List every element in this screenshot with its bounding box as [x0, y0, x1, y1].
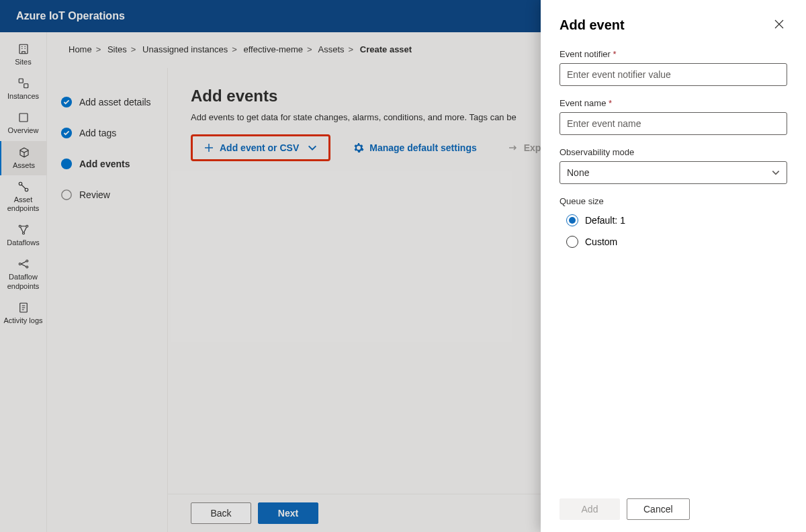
flyout-header: Add event — [541, 0, 806, 41]
obs-select[interactable]: None — [559, 161, 787, 184]
flyout-cancel-button[interactable]: Cancel — [627, 498, 690, 520]
flyout-title: Add event — [559, 17, 625, 33]
obs-group: Observability mode None — [559, 147, 787, 184]
notifier-group: Event notifier * — [559, 49, 787, 86]
flyout-footer: Add Cancel — [541, 489, 806, 532]
queue-custom-radio[interactable]: Custom — [559, 232, 787, 253]
name-label: Event name * — [559, 98, 787, 108]
close-button[interactable] — [771, 16, 787, 34]
add-event-flyout: Add event Event notifier * Event name * … — [541, 0, 806, 532]
obs-select-wrap[interactable]: None — [559, 161, 787, 184]
notifier-label: Event notifier * — [559, 49, 787, 59]
notifier-input[interactable] — [559, 63, 787, 86]
queue-default-radio[interactable]: Default: 1 — [559, 210, 787, 232]
name-group: Event name * — [559, 98, 787, 135]
obs-label: Observability mode — [559, 147, 787, 157]
flyout-add-button[interactable]: Add — [559, 498, 620, 520]
flyout-body: Event notifier * Event name * Observabil… — [541, 41, 806, 489]
close-icon — [774, 19, 785, 30]
radio-icon — [566, 236, 578, 248]
queue-label: Queue size — [559, 196, 787, 206]
name-input[interactable] — [559, 112, 787, 135]
queue-group: Queue size Default: 1 Custom — [559, 196, 787, 253]
radio-icon — [566, 214, 578, 226]
